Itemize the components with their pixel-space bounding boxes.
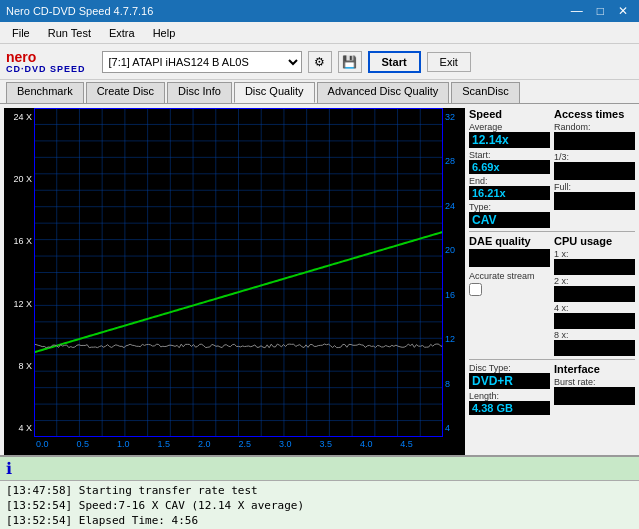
log-line-2: [13:52:54] Speed:7-16 X CAV (12.14 X ave… — [6, 498, 633, 513]
1x-label: 1 x: — [554, 249, 635, 259]
x-axis: 0.0 0.5 1.0 1.5 2.0 2.5 3.0 3.5 4.0 4.5 — [4, 437, 465, 455]
menu-file[interactable]: File — [4, 25, 38, 41]
tab-benchmark[interactable]: Benchmark — [6, 82, 84, 103]
y-axis-right: 32 28 24 20 16 12 8 4 — [443, 108, 465, 437]
accurate-stream-label: Accurate stream — [469, 271, 550, 281]
logo-sub: CD·DVD SPEED — [6, 64, 86, 74]
cpu-8x-box — [554, 340, 635, 356]
menu-help[interactable]: Help — [145, 25, 184, 41]
access-times-section: Access times Random: 1/3: Full: — [554, 108, 635, 228]
dae-quality-section: DAE quality Accurate stream — [469, 235, 550, 356]
full-value-box — [554, 192, 635, 210]
window-controls: — □ ✕ — [566, 3, 633, 19]
right-panel: Speed Average 12.14x Start: 6.69x End: 1… — [467, 104, 639, 455]
cpu-4x-box — [554, 313, 635, 329]
chart-area: 24 X 20 X 16 X 12 X 8 X 4 X 32 28 24 20 — [4, 108, 465, 455]
2x-label: 2 x: — [554, 276, 635, 286]
drive-select[interactable]: [7:1] ATAPI iHAS124 B AL0S — [102, 51, 302, 73]
save-icon-button[interactable]: 💾 — [338, 51, 362, 73]
burst-value-box — [554, 387, 635, 405]
tab-disc-quality[interactable]: Disc Quality — [234, 82, 315, 103]
log-line-1: [13:47:58] Starting transfer rate test — [6, 483, 633, 498]
log-header: ℹ — [0, 457, 639, 481]
disc-type-label: Disc Type: — [469, 363, 550, 373]
disc-length-label: Length: — [469, 391, 550, 401]
logo: nero CD·DVD SPEED — [6, 50, 86, 74]
tab-scan-disc[interactable]: ScanDisc — [451, 82, 519, 103]
menubar: File Run Test Extra Help — [0, 22, 639, 44]
tab-disc-info[interactable]: Disc Info — [167, 82, 232, 103]
log-line-3: [13:52:54] Elapsed Time: 4:56 — [6, 513, 633, 528]
cpu-usage-title: CPU usage — [554, 235, 635, 247]
average-label: Average — [469, 122, 550, 132]
app-title: Nero CD-DVD Speed 4.7.7.16 — [6, 5, 153, 17]
end-value: 16.21x — [469, 186, 550, 200]
cpu-2x-box — [554, 286, 635, 302]
full-label: Full: — [554, 182, 635, 192]
disc-type-value: DVD+R — [469, 373, 550, 389]
type-value: CAV — [469, 212, 550, 228]
dae-quality-title: DAE quality — [469, 235, 550, 247]
dae-quality-box — [469, 249, 550, 267]
start-label: Start: — [469, 150, 550, 160]
end-label: End: — [469, 176, 550, 186]
cpu-1x-box — [554, 259, 635, 275]
log-icon: ℹ — [6, 459, 12, 478]
type-label: Type: — [469, 202, 550, 212]
minimize-button[interactable]: — — [566, 3, 588, 19]
log-content: [13:47:58] Starting transfer rate test [… — [0, 481, 639, 529]
onethird-value-box — [554, 162, 635, 180]
average-value: 12.14x — [469, 132, 550, 148]
8x-label: 8 x: — [554, 330, 635, 340]
speed-title: Speed — [469, 108, 550, 120]
titlebar: Nero CD-DVD Speed 4.7.7.16 — □ ✕ — [0, 0, 639, 22]
log-area: ℹ [13:47:58] Starting transfer rate test… — [0, 455, 639, 529]
disc-section: Disc Type: DVD+R Length: 4.38 GB — [469, 363, 550, 415]
access-times-title: Access times — [554, 108, 635, 120]
start-value: 6.69x — [469, 160, 550, 174]
burst-label: Burst rate: — [554, 377, 635, 387]
close-button[interactable]: ✕ — [613, 3, 633, 19]
tab-create-disc[interactable]: Create Disc — [86, 82, 165, 103]
4x-label: 4 x: — [554, 303, 635, 313]
tab-advanced-disc-quality[interactable]: Advanced Disc Quality — [317, 82, 450, 103]
speed-section: Speed Average 12.14x Start: 6.69x End: 1… — [469, 108, 550, 228]
start-button[interactable]: Start — [368, 51, 421, 73]
interface-section: Interface Burst rate: — [554, 363, 635, 415]
maximize-button[interactable]: □ — [592, 3, 609, 19]
menu-extra[interactable]: Extra — [101, 25, 143, 41]
tab-bar: Benchmark Create Disc Disc Info Disc Qua… — [0, 80, 639, 104]
menu-run-test[interactable]: Run Test — [40, 25, 99, 41]
options-icon-button[interactable]: ⚙ — [308, 51, 332, 73]
disc-length-value: 4.38 GB — [469, 401, 550, 415]
interface-title: Interface — [554, 363, 635, 375]
exit-button[interactable]: Exit — [427, 52, 471, 72]
random-value-box — [554, 132, 635, 150]
y-axis-left: 24 X 20 X 16 X 12 X 8 X 4 X — [4, 108, 34, 437]
accurate-stream-checkbox[interactable] — [469, 283, 482, 296]
random-label: Random: — [554, 122, 635, 132]
onethird-label: 1/3: — [554, 152, 635, 162]
cpu-usage-section: CPU usage 1 x: 2 x: 4 x: 8 x: — [554, 235, 635, 356]
logo-nero: nero — [6, 50, 36, 64]
toolbar: nero CD·DVD SPEED [7:1] ATAPI iHAS124 B … — [0, 44, 639, 80]
